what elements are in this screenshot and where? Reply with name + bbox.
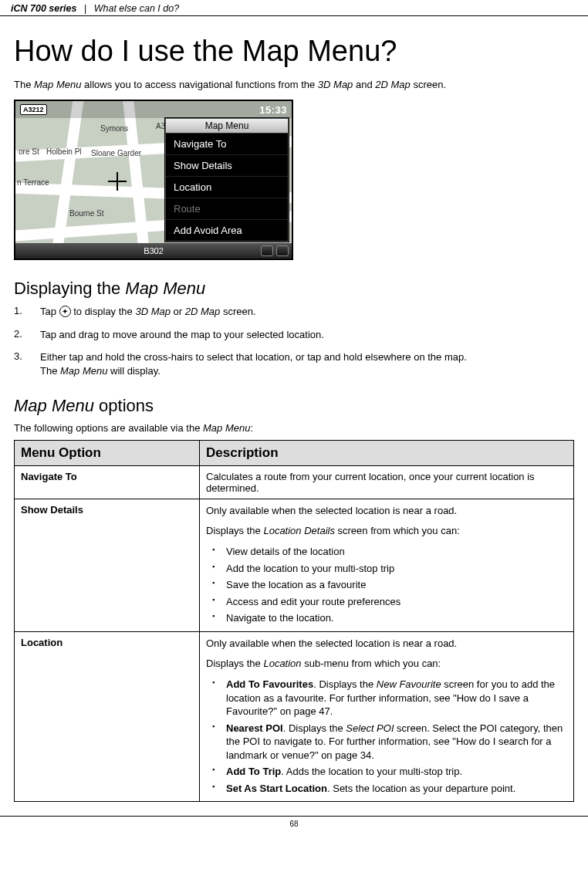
map-menu-screenshot: ore St Holbein Pl Sloane Garder Symons B… [14, 100, 293, 260]
intro-paragraph: The Map Menu allows you to access naviga… [14, 79, 574, 90]
map-menu-popup: Map Menu Navigate To Show Details Locati… [165, 118, 289, 242]
options-heading: Map Menu options [14, 396, 574, 416]
list-item: View details of the location [206, 543, 567, 560]
page-number: 68 [289, 820, 298, 828]
header-product: iCN 700 series [11, 3, 76, 14]
options-table: Menu Option Description Navigate To Calc… [14, 440, 574, 802]
opt-navigate-to-desc: Calculates a route from your current loc… [200, 466, 574, 499]
opt-location: Location [15, 632, 200, 802]
page-title: How do I use the Map Menu? [14, 35, 574, 68]
road-chip: A3212 [20, 104, 47, 115]
step-2: 2. Tap and drag to move around the map t… [14, 328, 574, 342]
options-intro: The following options are available via … [14, 422, 574, 434]
opt-location-desc: Only available when the selected locatio… [200, 632, 574, 802]
opt-navigate-to: Navigate To [15, 466, 200, 499]
list-item: Save the location as a favourite [206, 577, 567, 593]
table-row: Navigate To Calculates a route from your… [15, 466, 574, 499]
header-section: What else can I do? [94, 3, 179, 14]
crosshair-icon [108, 172, 127, 191]
road-label: n Terrace [17, 178, 49, 187]
menu-item-add-avoid-area[interactable]: Add Avoid Area [166, 220, 288, 241]
map-menu-title: Map Menu [166, 119, 288, 134]
menu-item-route: Route [166, 198, 288, 220]
opt-show-details: Show Details [15, 499, 200, 632]
menu-item-location[interactable]: Location [166, 177, 288, 198]
opt-show-details-desc: Only available when the selected locatio… [200, 499, 574, 632]
step-3: 3. Either tap and hold the cross-hairs t… [14, 350, 574, 377]
list-item: Add To Favourites. Displays the New Favo… [206, 676, 567, 720]
list-item: Add To Trip. Adds the location to your m… [206, 763, 567, 780]
status-bar: A3212 15:33 [15, 101, 292, 118]
clock: 15:33 [259, 104, 287, 116]
map-bottom-bar: B302 [15, 243, 292, 259]
bottom-button[interactable] [261, 245, 273, 256]
road-label: Symons [100, 124, 128, 133]
step-1: 1. Tap ✦ to display the 3D Map or 2D Map… [14, 305, 574, 319]
header-separator: | [76, 3, 93, 14]
page-header: iCN 700 series | What else can I do? [0, 0, 588, 16]
bottom-road-label: B302 [144, 246, 164, 255]
list-item: Set As Start Location. Sets the location… [206, 780, 567, 797]
list-item: Navigate to the location. [206, 610, 567, 627]
table-row: Location Only available when the selecte… [15, 632, 574, 802]
map-button-icon: ✦ [59, 306, 71, 317]
list-item: Add the location to your multi-stop trip [206, 560, 567, 577]
road-label: Bourne St [69, 209, 103, 218]
road-label: ore St [19, 147, 39, 156]
road-label: Holbein Pl [46, 147, 82, 156]
displaying-steps: 1. Tap ✦ to display the 3D Map or 2D Map… [14, 305, 574, 377]
menu-item-navigate-to[interactable]: Navigate To [166, 134, 288, 155]
bottom-button[interactable] [276, 245, 289, 256]
list-item: Access and edit your route preferences [206, 593, 567, 610]
displaying-heading: Displaying the Map Menu [14, 279, 574, 299]
page-footer: 68 [0, 816, 588, 836]
th-description: Description [200, 441, 574, 466]
list-item: Nearest POI. Displays the Select POI scr… [206, 720, 567, 764]
menu-item-show-details[interactable]: Show Details [166, 155, 288, 177]
table-row: Show Details Only available when the sel… [15, 499, 574, 632]
th-menu-option: Menu Option [15, 441, 200, 466]
road-label: Sloane Garder [91, 149, 141, 157]
